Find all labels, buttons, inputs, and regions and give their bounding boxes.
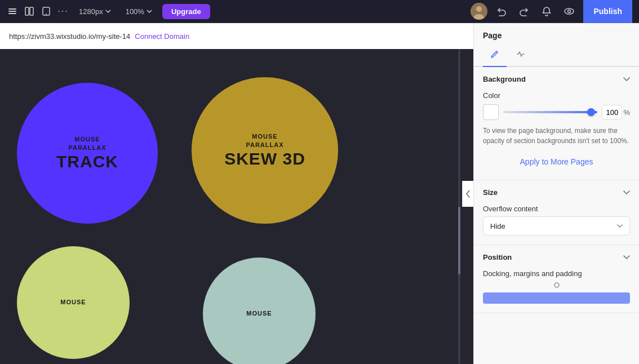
color-row: % (483, 104, 630, 120)
docking-label: Docking, margins and padding (483, 269, 630, 278)
overflow-label: Overflow content (483, 205, 630, 213)
svg-rect-3 (25, 7, 29, 15)
resolution-value: 1280px (79, 7, 103, 16)
circle-green-label: MOUSE (60, 298, 86, 307)
panel-title: Page (474, 23, 639, 40)
scrollbar-track (458, 49, 460, 364)
notifications-button[interactable] (538, 3, 555, 20)
svg-point-11 (568, 10, 571, 13)
canvas-scrollbar[interactable] (458, 49, 461, 364)
zoom-value: 100% (126, 7, 144, 16)
background-note: To view the page background, make sure t… (483, 126, 630, 146)
undo-button[interactable] (493, 3, 510, 20)
svg-rect-2 (8, 13, 16, 14)
circle-track-label: MOUSEPARALLAX (68, 135, 106, 153)
background-section-header[interactable]: Background (474, 67, 639, 91)
avatar[interactable] (471, 3, 487, 20)
circle-skew-title: SKEW 3D (224, 149, 305, 168)
apply-to-more-pages-link[interactable]: Apply to More Pages (483, 153, 630, 171)
tab-behavior[interactable] (509, 45, 532, 67)
color-label: Color (483, 91, 630, 100)
right-panel: Page Background (473, 23, 639, 364)
background-section: Background Color % (474, 67, 639, 180)
docking-radio (483, 282, 630, 288)
color-swatch[interactable] (483, 104, 499, 120)
position-body: Docking, margins and padding (474, 269, 639, 313)
scrollbar-thumb[interactable] (458, 207, 460, 274)
overflow-value: Hide (490, 222, 617, 230)
size-title: Size (483, 188, 498, 197)
collapse-panel-button[interactable] (462, 181, 473, 207)
menu-icon[interactable] (7, 6, 18, 17)
position-section-header[interactable]: Position (474, 245, 639, 269)
tab-design[interactable] (483, 45, 507, 67)
circle-skew: MOUSEPARALLAX SKEW 3D (192, 77, 338, 224)
opacity-thumb[interactable] (587, 108, 595, 116)
circle-track-title: TRACK (56, 152, 118, 171)
svg-point-10 (565, 8, 574, 14)
svg-point-6 (46, 14, 47, 15)
position-section: Position Docking, margins and padding (474, 245, 639, 313)
size-body: Overflow content Hide (474, 205, 639, 245)
opacity-value-container: % (602, 105, 630, 119)
redo-button[interactable] (516, 3, 532, 20)
opacity-input[interactable] (602, 105, 622, 119)
canvas-content: MOUSEPARALLAX TRACK MOUSEPARALLAX SKEW 3… (0, 49, 473, 364)
topbar: ··· 1280px 100% Upgrade (0, 0, 639, 23)
circle-skew-label: MOUSEPARALLAX (246, 132, 283, 150)
opacity-unit: % (623, 108, 630, 117)
more-icon[interactable]: ··· (57, 6, 69, 17)
overflow-select[interactable]: Hide (483, 216, 630, 236)
position-title: Position (483, 253, 512, 261)
svg-rect-4 (30, 7, 33, 15)
svg-point-8 (476, 6, 482, 12)
main-layout: https://zivm33.wixstudio.io/my-site-14 C… (0, 23, 639, 364)
zoom-selector[interactable]: 100% (121, 5, 157, 18)
svg-rect-0 (8, 8, 16, 10)
publish-button[interactable]: Publish (583, 0, 632, 23)
svg-rect-1 (8, 11, 16, 12)
opacity-track (503, 111, 597, 113)
resolution-selector[interactable]: 1280px (74, 5, 116, 18)
url-bar: https://zivm33.wixstudio.io/my-site-14 C… (0, 23, 473, 49)
canvas-area: https://zivm33.wixstudio.io/my-site-14 C… (0, 23, 473, 364)
mobile-icon[interactable] (41, 6, 52, 17)
panel-icon[interactable] (24, 6, 35, 17)
background-body: Color % To view the page background, mak… (474, 91, 639, 180)
size-section-header[interactable]: Size (474, 180, 639, 205)
opacity-slider[interactable] (503, 104, 597, 120)
url-text: https://zivm33.wixstudio.io/my-site-14 (9, 32, 130, 41)
preview-button[interactable] (561, 3, 578, 20)
circle-lightblue: MOUSE (203, 258, 316, 364)
background-title: Background (483, 75, 526, 83)
circle-track: MOUSEPARALLAX TRACK (17, 83, 158, 224)
upgrade-button[interactable]: Upgrade (162, 4, 210, 19)
circle-lightblue-label: MOUSE (246, 309, 272, 318)
topbar-right: Publish (471, 0, 632, 23)
size-section: Size Overflow content Hide (474, 180, 639, 245)
connect-domain-link[interactable]: Connect Domain (135, 32, 189, 41)
panel-tabs (474, 45, 639, 67)
circle-green: MOUSE (17, 246, 130, 359)
docking-radio-button[interactable] (554, 282, 560, 288)
